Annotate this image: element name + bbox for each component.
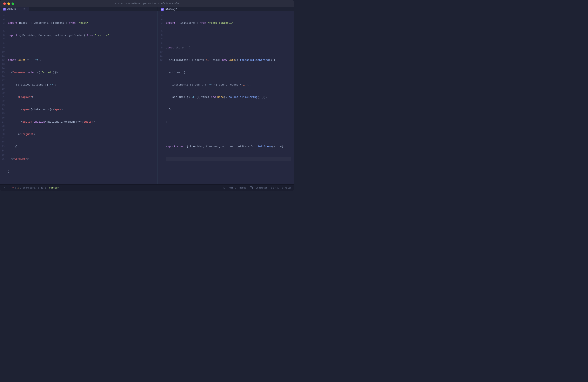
font-icon-item: A xyxy=(250,186,252,189)
nav-prev-button[interactable]: ‹ xyxy=(2,186,6,190)
tab-close-button[interactable]: × xyxy=(22,7,26,11)
encoding[interactable]: UTF-8 xyxy=(230,187,236,189)
window: store.js — ~/Desktop/react-stateful-exam… xyxy=(0,0,294,191)
branch-icon: ⎇ xyxy=(256,186,258,189)
close-button[interactable] xyxy=(3,2,6,5)
right-tab-label: store.js xyxy=(165,8,177,11)
js-file-icon: JS xyxy=(3,8,6,11)
line-numbers-right: 1 2 3 4 5 6 7 8 9 10 11 12 xyxy=(158,13,166,183)
line-ending[interactable]: LF xyxy=(223,187,226,189)
tab-app-js[interactable]: JS App.js × xyxy=(0,7,29,11)
git-down-icon: ↓ xyxy=(271,187,272,189)
font-icon: A xyxy=(250,186,252,189)
nav-next-button[interactable]: › xyxy=(7,186,11,190)
line-numbers-left: 1 2 3 4 5 6 7 8 9 10 11 12 13 14 15 16 1 xyxy=(0,13,8,183)
status-bar: ‹ › ⊘ 0 ⚠ 0 src/store.js 12:1 Prettier ✓… xyxy=(0,184,294,191)
minimize-button[interactable] xyxy=(7,2,10,5)
files-count: 0 files xyxy=(282,187,292,189)
js-file-icon-right: JS xyxy=(161,8,164,11)
status-left: ‹ › ⊘ 0 ⚠ 0 src/store.js 12:1 Prettier ✓ xyxy=(2,186,62,190)
tab-label: App.js xyxy=(7,8,16,11)
cursor-position: 12:1 xyxy=(41,187,46,189)
prettier-status[interactable]: Prettier ✓ xyxy=(48,186,62,189)
code-content-left[interactable]: import React, { Component, Fragment } fr… xyxy=(8,13,157,183)
git-branch: ⎇ master xyxy=(256,186,268,189)
traffic-lights xyxy=(3,2,14,5)
title-bar: store.js — ~/Desktop/react-stateful-exam… xyxy=(0,0,294,7)
error-count: ⊘ 0 xyxy=(12,186,16,189)
git-up-icon: ↑ xyxy=(275,187,277,189)
warning-count: ⚠ 0 xyxy=(18,186,21,189)
git-sync: ↓ 1 ↑ 1 xyxy=(271,187,278,189)
nav-arrows[interactable]: ‹ › xyxy=(2,186,11,190)
code-content-right[interactable]: import { initStore } from 'react-statefu… xyxy=(166,13,294,183)
warning-icon: ⚠ xyxy=(18,186,19,189)
maximize-button[interactable] xyxy=(12,2,14,5)
status-right: LF UTF-8 Babel A ⎇ master ↓ 1 ↑ 1 0 file… xyxy=(223,186,292,189)
error-icon: ⊘ xyxy=(12,186,14,189)
file-path: src/store.js xyxy=(23,187,39,189)
syntax[interactable]: Babel xyxy=(240,187,246,189)
window-title: store.js — ~/Desktop/react-stateful-exam… xyxy=(115,2,179,5)
